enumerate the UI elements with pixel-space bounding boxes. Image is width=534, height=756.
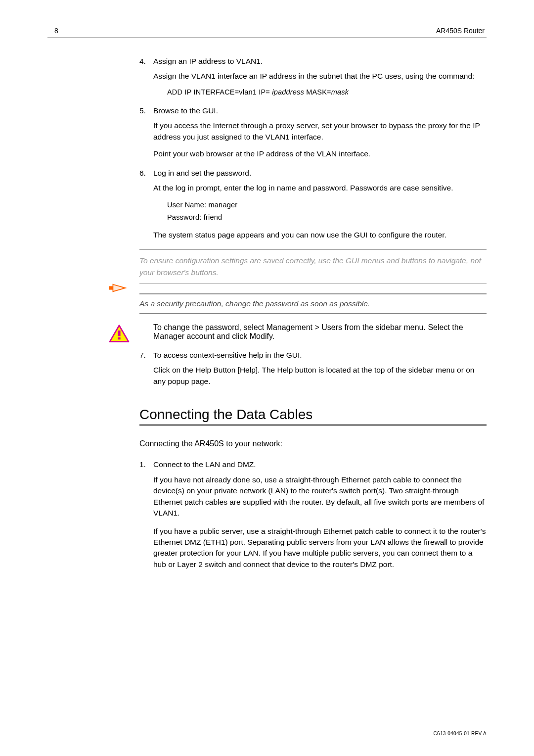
page-number: 8 — [47, 27, 58, 35]
step-7: 7. To access context-sensitive help in t… — [139, 350, 487, 387]
section-title: Connecting the Data Cables — [139, 407, 487, 423]
svg-rect-3 — [118, 337, 120, 339]
page: 8 AR450S Router 4. Assign an IP address … — [0, 0, 534, 756]
step-paragraph: At the log in prompt, enter the log in n… — [153, 183, 487, 193]
step-paragraph: Click on the Help Button [Help]. The Hel… — [153, 365, 487, 387]
main-content: 4. Assign an IP address to VLAN1. Assign… — [139, 56, 487, 570]
step-s2-1: 1. Connect to the LAN and DMZ. If you ha… — [139, 459, 487, 570]
svg-rect-2 — [118, 331, 120, 336]
header-rule — [47, 38, 487, 38]
credential-line: Password: friend — [153, 212, 487, 223]
footer-docid: C613-04045-01 REV A — [434, 731, 487, 736]
caution-block: As a security precaution, change the pas… — [139, 293, 487, 314]
step-number: 1. — [139, 459, 153, 470]
caution-warning-icon — [109, 325, 131, 345]
section-subhead: Connecting the AR450S to your network: — [139, 439, 487, 448]
note-pointer-icon — [109, 282, 131, 296]
step-paragraph: If you have not already done so, use a s… — [153, 474, 487, 519]
step-number: 7. — [139, 350, 153, 361]
step-5: 5. Browse to the GUI. If you access the … — [139, 105, 487, 160]
step-title: To access context-sensitive help in the … — [153, 350, 302, 361]
note-block: To ensure configuration settings are sav… — [139, 249, 487, 284]
step-4: 4. Assign an IP address to VLAN1. Assign… — [139, 56, 487, 97]
step-title: Log in and set the password. — [153, 168, 251, 179]
step-6: 6. Log in and set the password. At the l… — [139, 168, 487, 240]
cmd-text: MASK= — [306, 88, 331, 96]
step-title: Connect to the LAN and DMZ. — [153, 459, 256, 470]
step-title: Assign an IP address to VLAN1. — [153, 56, 263, 67]
command-line: ADD IP INTERFACE=vlan1 IP= ipaddress MAS… — [153, 87, 487, 97]
step-number: 4. — [139, 56, 153, 67]
step-number: 6. — [139, 168, 153, 179]
warning-icon — [109, 325, 130, 343]
hand-icon — [109, 282, 127, 294]
step-paragraph: Point your web browser at the IP address… — [153, 148, 487, 159]
cmd-arg: ipaddress — [272, 88, 304, 96]
doc-title: AR450S Router — [436, 27, 487, 35]
cmd-text: ADD IP INTERFACE=vlan1 IP= — [167, 88, 270, 96]
svg-rect-0 — [109, 286, 113, 289]
after-caution-paragraph: To change the password, select Managemen… — [153, 323, 487, 341]
section-rule — [139, 425, 487, 425]
step-number: 5. — [139, 105, 153, 116]
step-paragraph: If you have a public server, use a strai… — [153, 526, 487, 570]
credential-line: User Name: manager — [153, 200, 487, 210]
step-paragraph: Assign the VLAN1 interface an IP address… — [153, 71, 487, 82]
page-header: 8 AR450S Router — [47, 27, 487, 35]
svg-point-1 — [123, 287, 124, 288]
step-paragraph: The system status page appears and you c… — [153, 230, 487, 240]
cmd-arg: mask — [331, 88, 349, 96]
step-title: Browse to the GUI. — [153, 105, 218, 116]
step-paragraph: If you access the Internet through a pro… — [153, 120, 487, 142]
